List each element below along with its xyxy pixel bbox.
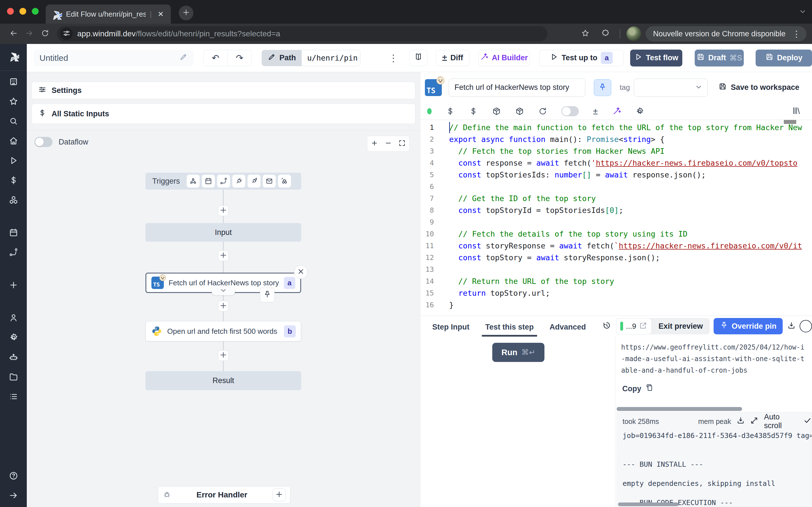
- code-line[interactable]: 8 const topStoryId = topStoriesIds[0];: [420, 204, 812, 216]
- code-line[interactable]: 2export async function main(): Promise<s…: [420, 133, 812, 145]
- sidebar-item-building-icon[interactable]: [9, 77, 18, 87]
- bookmark-star-icon[interactable]: [577, 26, 593, 42]
- test-up-to-button[interactable]: Test up to a: [539, 50, 623, 66]
- insert-step-button[interactable]: [218, 301, 229, 312]
- code-line[interactable]: 9: [420, 216, 812, 228]
- address-bar[interactable]: app.windmill.dev/flows/edit/u/henri/pin_…: [57, 26, 548, 41]
- sidebar-item-home-icon[interactable]: [9, 136, 18, 146]
- code-line[interactable]: 14 // Return the URL of the top story: [420, 275, 812, 287]
- code-line[interactable]: 10 // Fetch the details of the top story…: [420, 228, 812, 240]
- code-line[interactable]: 13: [420, 263, 812, 275]
- tab-search-chevron-icon[interactable]: [799, 7, 807, 17]
- chrome-update-button[interactable]: Nouvelle version de Chrome disponible ⋮: [646, 26, 806, 41]
- step-node-b[interactable]: Open url and fetch first 500 words of ..…: [146, 321, 301, 341]
- sidebar-item-calendar-icon[interactable]: [9, 228, 18, 237]
- trigger-calendar-icon[interactable]: [202, 175, 215, 187]
- edit-pencil-icon[interactable]: [179, 53, 188, 63]
- code-toolbar-package-icon[interactable]: [515, 107, 524, 116]
- pin-step-button[interactable]: [260, 288, 274, 302]
- trigger-mail-icon[interactable]: [263, 175, 276, 187]
- close-window-button[interactable]: [7, 8, 14, 15]
- test-flow-button[interactable]: Test flow: [630, 50, 682, 66]
- save-to-workspace-button[interactable]: Save to workspace: [718, 82, 799, 93]
- history-icon[interactable]: [603, 321, 611, 331]
- forward-button[interactable]: [21, 26, 37, 42]
- code-toolbar-toggle-icon[interactable]: [561, 106, 579, 116]
- code-line[interactable]: 11 const storyResponse = await fetch(`ht…: [420, 240, 812, 251]
- clipped-icon[interactable]: [800, 320, 812, 332]
- code-line[interactable]: 15 return topStory.url;: [420, 287, 812, 299]
- extensions-icon[interactable]: [598, 26, 613, 42]
- external-link-icon[interactable]: [639, 321, 647, 331]
- browser-tab[interactable]: Edit Flow u/henri/pin_results | ✕: [46, 4, 171, 24]
- sidebar-item-list-icon[interactable]: [9, 392, 18, 401]
- code-toolbar-dollar-icon[interactable]: [446, 107, 455, 116]
- copy-result-button[interactable]: Copy: [621, 384, 812, 394]
- library-icon[interactable]: [792, 106, 801, 116]
- tab-test-this-step[interactable]: Test this step: [482, 323, 537, 337]
- code-editor[interactable]: 1// Define the main function to fetch th…: [420, 120, 812, 316]
- delete-step-button[interactable]: [294, 265, 308, 279]
- triggers-node[interactable]: Triggers: [146, 173, 301, 189]
- insert-step-button[interactable]: [218, 350, 229, 361]
- past-run-pill[interactable]: ...9: [616, 318, 652, 334]
- site-settings-icon[interactable]: [60, 27, 73, 40]
- code-line[interactable]: 6: [420, 180, 812, 192]
- expand-step-chevron[interactable]: [211, 287, 235, 295]
- sidebar-item-cubes-icon[interactable]: [9, 195, 18, 205]
- trigger-webhook-icon[interactable]: [187, 175, 200, 187]
- tab-step-input[interactable]: Step Input: [429, 323, 473, 337]
- trigger-plug-zap-icon[interactable]: [248, 175, 260, 187]
- code-toolbar-dollar-icon[interactable]: [469, 107, 478, 116]
- add-error-handler-button[interactable]: [273, 489, 286, 501]
- dataflow-toggle[interactable]: [35, 137, 52, 147]
- trigger-poll-icon[interactable]: [278, 175, 291, 187]
- download-logs-icon[interactable]: [737, 416, 745, 427]
- insert-step-button[interactable]: [218, 205, 229, 216]
- code-line[interactable]: 3 // Fetch the top stories from Hacker N…: [420, 145, 812, 157]
- result-node[interactable]: Result: [146, 371, 301, 390]
- sidebar-item-folder-icon[interactable]: [9, 372, 18, 382]
- zoom-in-icon[interactable]: [371, 139, 378, 148]
- result-url[interactable]: https://www.geoffreylitt.com/2025/04/12/…: [621, 342, 807, 376]
- sidebar-item-arrow-right-icon[interactable]: [9, 491, 18, 500]
- download-icon[interactable]: [787, 321, 796, 331]
- flow-name-field[interactable]: Untitled: [34, 50, 193, 66]
- sidebar-item-robot-icon[interactable]: [9, 352, 18, 362]
- code-line[interactable]: 1// Define the main function to fetch th…: [420, 121, 812, 133]
- code-line[interactable]: 7 // Get the ID of the top story: [420, 192, 812, 204]
- pinned-indicator-button[interactable]: [594, 79, 611, 96]
- deploy-button[interactable]: Deploy: [756, 50, 812, 66]
- all-static-inputs-button[interactable]: All Static Inputs: [32, 104, 415, 124]
- flow-settings-button[interactable]: Settings: [32, 82, 415, 99]
- browser-menu-icon[interactable]: ⋮: [790, 29, 804, 39]
- insert-step-button[interactable]: [218, 250, 229, 261]
- sidebar-item-person-icon[interactable]: [9, 313, 18, 323]
- code-toolbar-gear-icon[interactable]: [635, 107, 644, 116]
- step-title-input[interactable]: [449, 78, 585, 97]
- code-line[interactable]: 12 const topStory = await storyResponse.…: [420, 251, 812, 263]
- error-handler-node[interactable]: Error Handler: [158, 486, 290, 504]
- trigger-plug-icon[interactable]: [232, 175, 245, 187]
- input-node[interactable]: Input: [146, 223, 301, 242]
- reload-button[interactable]: [37, 26, 53, 42]
- macos-traffic-lights[interactable]: [7, 8, 39, 15]
- tab-advanced[interactable]: Advanced: [546, 323, 589, 337]
- sidebar-item-play-icon[interactable]: [9, 156, 18, 165]
- tag-select[interactable]: [634, 78, 708, 97]
- expand-logs-icon[interactable]: [750, 416, 758, 427]
- profile-avatar[interactable]: [626, 26, 641, 41]
- redo-button[interactable]: ↷: [228, 50, 252, 66]
- path-editor[interactable]: Path u/henri/pin: [262, 50, 360, 66]
- code-toolbar-plusminus-icon[interactable]: ±: [593, 106, 598, 117]
- docs-button[interactable]: [409, 50, 427, 66]
- run-button[interactable]: Run ⌘↵: [492, 343, 545, 362]
- sidebar-item-help-icon[interactable]: [9, 471, 18, 481]
- fit-view-icon[interactable]: [398, 139, 406, 148]
- diff-button[interactable]: ±Diff: [436, 50, 469, 66]
- minimize-window-button[interactable]: [19, 8, 26, 15]
- override-pin-button[interactable]: Override pin: [714, 318, 783, 334]
- code-toolbar-refresh-icon[interactable]: [538, 107, 547, 116]
- sidebar-item-gear-icon[interactable]: [9, 333, 18, 342]
- horizontal-scrollbar[interactable]: [618, 503, 679, 506]
